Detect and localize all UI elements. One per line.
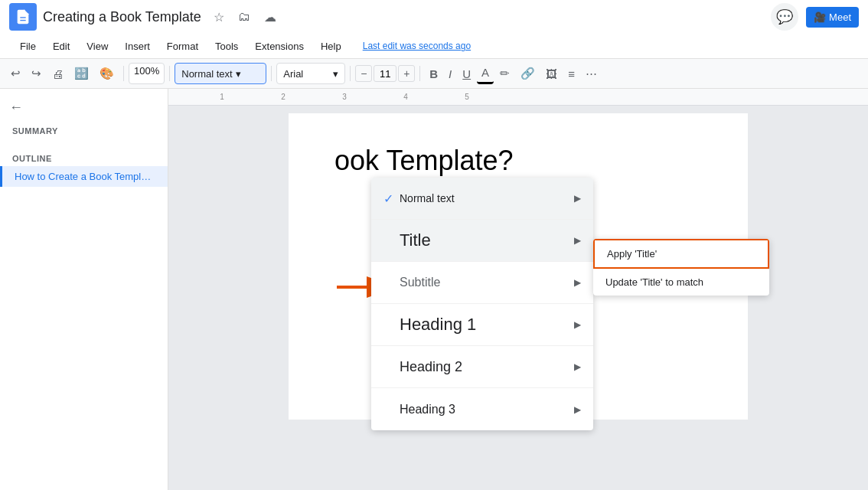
ruler-tick-1: 1	[191, 93, 253, 101]
meet-label: Meet	[829, 11, 851, 23]
menu-format[interactable]: Format	[159, 38, 206, 55]
toolbar-separator-1	[123, 66, 124, 81]
h2-arrow-icon: ▶	[574, 361, 581, 372]
doc-content-title: ook Template?	[334, 144, 702, 177]
style-select[interactable]: Normal text ▾	[175, 63, 266, 84]
meet-video-icon: 🎥	[814, 11, 826, 23]
normal-arrow-icon: ▶	[574, 193, 581, 204]
title-label: Title	[400, 230, 574, 250]
link-button[interactable]: 🔗	[516, 64, 540, 83]
insert-image-button[interactable]: 🖼	[541, 64, 562, 83]
cloud-icon[interactable]: ☁	[261, 7, 279, 28]
spellcheck-button[interactable]: 🔡	[70, 64, 93, 83]
outline-item[interactable]: How to Create a Book Templat…	[0, 166, 168, 187]
outline-section-label: OUTLINE	[0, 148, 168, 166]
main-area: ← SUMMARY OUTLINE How to Create a Book T…	[0, 89, 868, 490]
title-arrow-icon: ▶	[574, 235, 581, 246]
dropdown-item-title[interactable]: ✓ Title ▶	[371, 220, 593, 262]
highlight-button[interactable]: ✏	[495, 64, 514, 83]
checkmark-icon: ✓	[383, 191, 393, 206]
summary-section-label: SUMMARY	[0, 120, 168, 139]
title-bar-right: 💬 🎥 Meet	[771, 3, 859, 31]
ruler-tick-2: 2	[253, 93, 314, 101]
menu-extensions[interactable]: Extensions	[247, 38, 312, 55]
font-dropdown-icon: ▾	[333, 68, 338, 80]
ruler-tick-3: 3	[314, 93, 375, 101]
dropdown-item-heading3[interactable]: ✓ Heading 3 ▶	[371, 388, 593, 430]
italic-button[interactable]: I	[444, 64, 456, 83]
h3-arrow-icon: ▶	[574, 404, 581, 415]
align-button[interactable]: ≡	[563, 64, 579, 83]
doc-area: 1 2 3 4 5 ook Template? ✓ Normal text ▶	[168, 89, 868, 490]
toolbar-separator-3	[271, 66, 272, 81]
more-button[interactable]: ⋯	[581, 64, 602, 83]
font-select[interactable]: Arial ▾	[276, 63, 345, 84]
ruler-content: 1 2 3 4 5	[176, 89, 498, 105]
chat-button[interactable]: 💬	[771, 3, 798, 31]
apply-title-label: Apply 'Title'	[607, 248, 657, 260]
heading3-label: Heading 3	[400, 403, 574, 416]
menu-edit[interactable]: Edit	[45, 38, 77, 55]
folder-icon[interactable]: 🗂	[235, 7, 253, 27]
docs-logo	[9, 3, 37, 31]
menu-view[interactable]: View	[79, 38, 116, 55]
underline-button[interactable]: U	[458, 64, 475, 83]
menu-bar: File Edit View Insert Format Tools Exten…	[0, 34, 868, 58]
paint-format-button[interactable]: 🎨	[95, 64, 119, 83]
dropdown-item-heading1[interactable]: ✓ Heading 1 ▶	[371, 304, 593, 346]
text-color-button[interactable]: A	[477, 63, 494, 84]
dropdown-item-heading2[interactable]: ✓ Heading 2 ▶	[371, 346, 593, 388]
star-icon[interactable]: ☆	[210, 7, 227, 28]
ruler-tick-4: 4	[375, 93, 436, 101]
print-button[interactable]: 🖨	[47, 64, 68, 83]
apply-title-item[interactable]: Apply 'Title'	[593, 239, 769, 269]
styles-dropdown: ✓ Normal text ▶ ✓ Title ▶ ✓ Subtitle ▶ ✓…	[371, 178, 593, 430]
menu-file[interactable]: File	[12, 38, 44, 55]
subtitle-arrow-icon: ▶	[574, 277, 581, 288]
sidebar: ← SUMMARY OUTLINE How to Create a Book T…	[0, 89, 168, 490]
undo-button[interactable]: ↩	[6, 64, 25, 83]
toolbar: ↩ ↪ 🖨 🔡 🎨 100% Normal text ▾ Arial ▾ − 1…	[0, 58, 868, 89]
zoom-value: 100%	[134, 65, 159, 77]
heading1-label: Heading 1	[400, 315, 574, 335]
doc-title: Creating a Book Template	[43, 9, 201, 25]
ruler: 1 2 3 4 5	[168, 89, 868, 106]
sidebar-back-button[interactable]: ←	[0, 95, 168, 120]
dropdown-item-subtitle[interactable]: ✓ Subtitle ▶	[371, 262, 593, 304]
heading2-label: Heading 2	[400, 359, 574, 375]
font-size-area: − 11 +	[355, 65, 415, 82]
dropdown-item-normal[interactable]: ✓ Normal text ▶	[371, 178, 593, 220]
toolbar-separator-4	[350, 66, 351, 81]
meet-button[interactable]: 🎥 Meet	[806, 7, 859, 28]
update-title-label: Update 'Title' to match	[605, 276, 703, 288]
last-edit-status: Last edit was seconds ago	[363, 41, 471, 51]
toolbar-separator-2	[169, 66, 170, 81]
font-size-value[interactable]: 11	[374, 65, 396, 82]
subtitle-label: Subtitle	[400, 276, 574, 289]
menu-tools[interactable]: Tools	[207, 38, 246, 55]
font-name: Arial	[283, 68, 303, 80]
bold-button[interactable]: B	[425, 64, 442, 83]
font-size-decrease[interactable]: −	[355, 65, 372, 82]
zoom-select[interactable]: 100%	[129, 63, 165, 84]
redo-button[interactable]: ↪	[27, 64, 46, 83]
style-dropdown-icon: ▾	[236, 68, 241, 80]
title-bar: Creating a Book Template ☆ 🗂 ☁ 💬 🎥 Meet	[0, 0, 868, 34]
ruler-tick-5: 5	[436, 93, 498, 101]
doc-title-partial: ook Template?	[334, 145, 514, 176]
menu-insert[interactable]: Insert	[117, 38, 158, 55]
font-size-increase[interactable]: +	[398, 65, 415, 82]
update-title-item[interactable]: Update 'Title' to match	[593, 269, 769, 296]
toolbar-separator-5	[419, 66, 420, 81]
title-icons: ☆ 🗂 ☁	[210, 7, 279, 28]
style-select-label: Normal text	[181, 68, 232, 80]
title-submenu: Apply 'Title' Update 'Title' to match	[593, 239, 769, 296]
normal-text-label: Normal text	[400, 192, 574, 204]
h1-arrow-icon: ▶	[574, 319, 581, 330]
menu-help[interactable]: Help	[313, 38, 349, 55]
